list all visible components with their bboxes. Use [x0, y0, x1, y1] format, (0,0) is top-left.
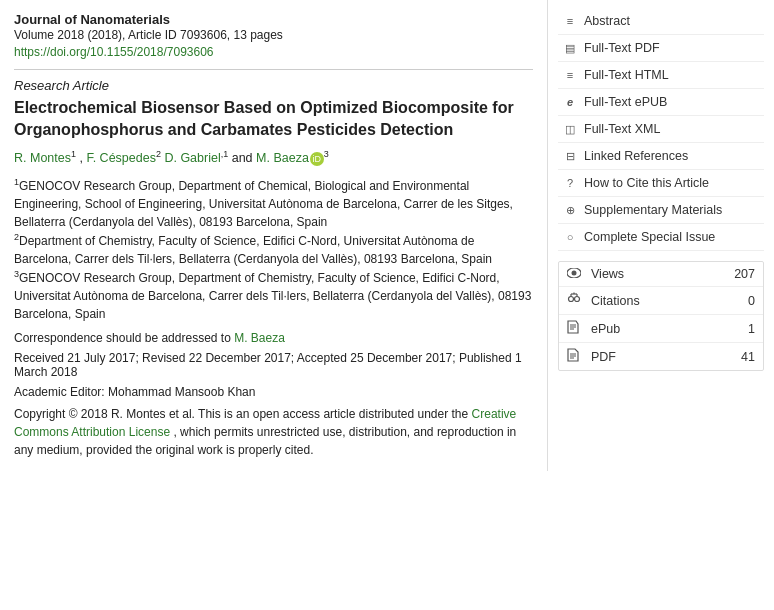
sidebar-label-supplementary: Supplementary Materials	[584, 203, 722, 217]
article-title: Electrochemical Biosensor Based on Optim…	[14, 97, 533, 140]
affiliation-3: 3GENOCOV Research Group, Department of C…	[14, 268, 533, 323]
stat-views-value: 207	[734, 267, 755, 281]
journal-title: Journal of Nanomaterials	[14, 12, 533, 27]
authors-line: R. Montes1 , F. Céspedes2 D. Gabriel,1 a…	[14, 148, 533, 168]
stat-views: Views 207	[559, 262, 763, 287]
affiliation-2: 2Department of Chemistry, Faculty of Sci…	[14, 231, 533, 268]
stat-views-label: Views	[591, 267, 734, 281]
main-content: Journal of Nanomaterials Volume 2018 (20…	[0, 0, 548, 471]
sidebar-label-epub: Full-Text ePUB	[584, 95, 667, 109]
stat-epub-value: 1	[748, 322, 755, 336]
sidebar-item-supplementary-materials[interactable]: ⊕ Supplementary Materials	[558, 197, 764, 224]
special-issue-icon: ○	[562, 229, 578, 245]
academic-editor: Academic Editor: Mohammad Mansoob Khan	[14, 385, 533, 399]
sidebar-item-full-text-xml[interactable]: ◫ Full-Text XML	[558, 116, 764, 143]
sidebar-item-complete-special-issue[interactable]: ○ Complete Special Issue	[558, 224, 764, 251]
pdf-icon: ▤	[562, 40, 578, 56]
sidebar-label-how-to-cite: How to Cite this Article	[584, 176, 709, 190]
stat-epub-label: ePub	[591, 322, 748, 336]
supplementary-icon: ⊕	[562, 202, 578, 218]
sidebar-label-special-issue: Complete Special Issue	[584, 230, 715, 244]
linked-references-icon: ⊟	[562, 148, 578, 164]
epub-icon: e	[562, 94, 578, 110]
author-r-montes-sup: 1	[71, 149, 76, 159]
sidebar-label-html: Full-Text HTML	[584, 68, 669, 82]
sidebar-item-full-text-html[interactable]: ≡ Full-Text HTML	[558, 62, 764, 89]
academic-editor-label: Academic Editor:	[14, 385, 105, 399]
stat-citations-label: Citations	[591, 294, 748, 308]
doi-link[interactable]: https://doi.org/10.1155/2018/7093606	[14, 45, 214, 59]
copyright-text1: Copyright © 2018 R. Montes et al. This i…	[14, 407, 468, 421]
stat-pdf-value: 41	[741, 350, 755, 364]
svg-point-2	[569, 297, 574, 302]
orcid-icon: iD	[310, 152, 324, 166]
stat-pdf-label: PDF	[591, 350, 741, 364]
correspondence-label: Correspondence should be addressed to	[14, 331, 231, 345]
sidebar: ≡ Abstract ▤ Full-Text PDF ≡ Full-Text H…	[548, 0, 774, 471]
author-d-gabriel[interactable]: D. Gabriel	[164, 151, 220, 165]
stat-pdf-icon	[567, 348, 585, 365]
article-dates: Received 21 July 2017; Revised 22 Decemb…	[14, 351, 533, 379]
abstract-icon: ≡	[562, 13, 578, 29]
author-m-baeza-sup: 3	[324, 149, 329, 159]
how-to-cite-icon: ?	[562, 175, 578, 191]
stats-section: Views 207 Citations 0	[558, 261, 764, 371]
stat-pdf: PDF 41	[559, 343, 763, 370]
correspondence-line: Correspondence should be addressed to M.…	[14, 331, 533, 345]
sidebar-label-linked-references: Linked References	[584, 149, 688, 163]
stat-epub-icon	[567, 320, 585, 337]
correspondence-link[interactable]: M. Baeza	[234, 331, 285, 345]
journal-volume: Volume 2018 (2018), Article ID 7093606, …	[14, 28, 533, 42]
stat-citations-value: 0	[748, 294, 755, 308]
svg-marker-12	[568, 349, 578, 361]
affiliations: 1GENOCOV Research Group, Department of C…	[14, 176, 533, 323]
xml-icon: ◫	[562, 121, 578, 137]
sidebar-item-full-text-epub[interactable]: e Full-Text ePUB	[558, 89, 764, 116]
journal-doi: https://doi.org/10.1155/2018/7093606	[14, 44, 533, 59]
author-f-cespedes[interactable]: F. Céspedes	[86, 151, 155, 165]
author-m-baeza[interactable]: M. Baeza	[256, 151, 309, 165]
author-f-cespedes-sup: 2	[156, 149, 161, 159]
svg-point-1	[572, 271, 577, 276]
stat-citations: Citations 0	[559, 287, 763, 315]
sidebar-item-how-to-cite[interactable]: ? How to Cite this Article	[558, 170, 764, 197]
academic-editor-name: Mohammad Mansoob Khan	[108, 385, 255, 399]
sidebar-label-pdf: Full-Text PDF	[584, 41, 660, 55]
author-r-montes[interactable]: R. Montes	[14, 151, 71, 165]
copyright: Copyright © 2018 R. Montes et al. This i…	[14, 405, 533, 459]
svg-point-3	[575, 297, 580, 302]
affiliation-1: 1GENOCOV Research Group, Department of C…	[14, 176, 533, 231]
author-d-gabriel-sup: ,1	[221, 149, 229, 159]
article-type: Research Article	[14, 69, 533, 93]
views-icon	[567, 267, 585, 281]
sidebar-item-full-text-pdf[interactable]: ▤ Full-Text PDF	[558, 35, 764, 62]
html-icon: ≡	[562, 67, 578, 83]
sidebar-label-abstract: Abstract	[584, 14, 630, 28]
sidebar-label-xml: Full-Text XML	[584, 122, 660, 136]
stat-epub: ePub 1	[559, 315, 763, 343]
sidebar-item-abstract[interactable]: ≡ Abstract	[558, 8, 764, 35]
citations-icon	[567, 292, 585, 309]
sidebar-item-linked-references[interactable]: ⊟ Linked References	[558, 143, 764, 170]
